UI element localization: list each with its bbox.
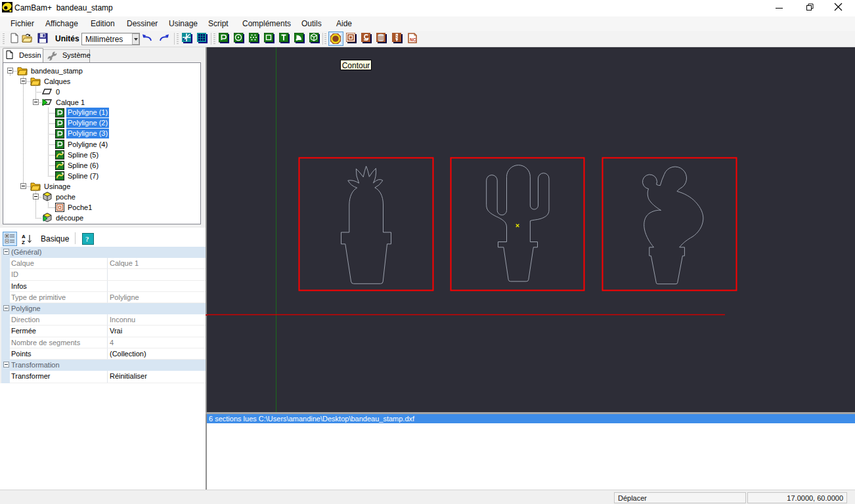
svg-text:NC: NC <box>410 37 416 42</box>
svg-text:Z: Z <box>22 240 25 245</box>
svg-text:A: A <box>22 234 26 240</box>
svg-text:?: ? <box>85 235 89 243</box>
